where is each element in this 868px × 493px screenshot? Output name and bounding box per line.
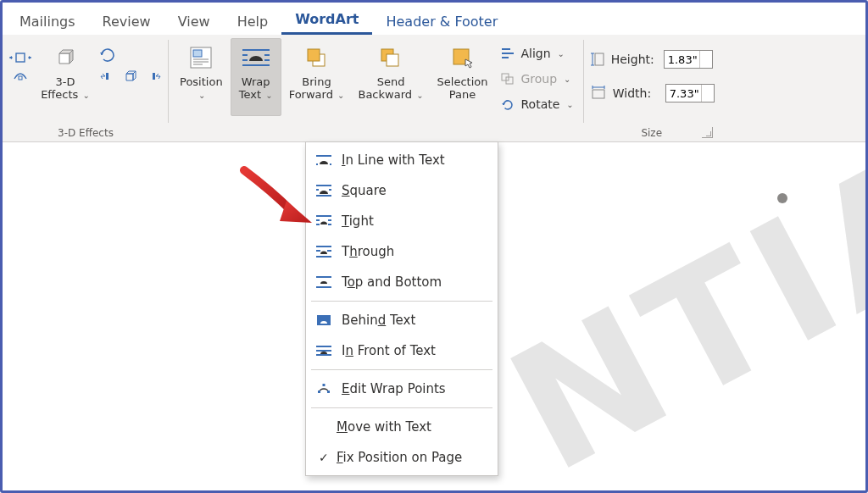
send-backward-label: Send Backward [358, 75, 412, 101]
menu-separator [311, 301, 492, 302]
group-icon [500, 72, 515, 86]
width-icon [589, 85, 608, 102]
menu-square-label: Square [342, 183, 387, 198]
menu-move-with-label: Move with Text [337, 419, 431, 435]
align-button[interactable]: Align⌄ [495, 42, 578, 65]
menu-behind[interactable]: Behind Text [306, 305, 498, 335]
in-front-icon [314, 343, 333, 358]
svg-rect-57 [323, 384, 326, 386]
behind-icon [314, 313, 333, 328]
align-label: Align [520, 47, 550, 60]
svg-rect-55 [318, 391, 320, 393]
group-button[interactable]: Group⌄ [495, 67, 578, 91]
cube-icon [51, 43, 80, 72]
tilt-icon[interactable] [8, 67, 33, 82]
send-backward-icon [376, 43, 405, 72]
wrap-text-icon [239, 43, 273, 72]
selection-pane-button[interactable]: Selection Pane [431, 38, 494, 116]
svg-rect-11 [193, 50, 202, 57]
bring-forward-icon [303, 43, 331, 72]
rotate-icon [500, 97, 515, 111]
svg-rect-1 [19, 76, 22, 80]
menu-in-front-label: In Front of Text [342, 343, 436, 358]
tab-view[interactable]: View [164, 7, 224, 35]
menu-in-line-label: In Line with Text [342, 152, 445, 168]
bring-forward-button[interactable]: Bring Forward ⌄ [283, 38, 351, 116]
check-icon: ✓ [319, 451, 329, 464]
width-label: Width: [613, 86, 660, 100]
menu-tight-label: Tight [342, 213, 374, 229]
position-icon [187, 43, 214, 72]
selection-pane-icon [448, 43, 477, 72]
menu-in-line[interactable]: In Line with Text [306, 145, 498, 175]
svg-rect-9 [153, 73, 155, 80]
menu-edit-points-label: Edit Wrap Points [342, 381, 446, 396]
menu-square[interactable]: Square [306, 175, 498, 206]
menu-through[interactable]: Through [306, 236, 498, 267]
svg-marker-2 [59, 53, 70, 64]
height-label: Height: [611, 53, 659, 66]
3d-effects-button[interactable]: 3-D Effects ⌄ [35, 38, 96, 116]
3d-effects-label: 3-D Effects [41, 75, 78, 101]
svg-rect-22 [308, 49, 320, 61]
group-arrange: Position⌄ Wrap Tex [169, 35, 584, 141]
group-label-size: Size [589, 126, 715, 140]
menu-in-front[interactable]: In Front of Text [306, 335, 498, 366]
menu-fix-position[interactable]: ✓ Fix Position on Page [306, 442, 498, 473]
menu-tight[interactable]: Tight [306, 206, 498, 236]
ribbon: 3-D Effects ⌄ [3, 35, 865, 142]
wrap-text-menu: In Line with Text Square Tight Through T… [305, 141, 498, 476]
flip-vertical-icon[interactable] [145, 67, 164, 86]
selection-pane-label: Selection Pane [437, 75, 488, 101]
rotate-label: Rotate [520, 97, 559, 111]
wrap-text-button[interactable]: Wrap Text ⌄ [231, 38, 281, 116]
svg-marker-6 [126, 74, 133, 80]
group-label-arrange [174, 126, 579, 140]
svg-rect-32 [593, 90, 604, 98]
position-label: Position [180, 75, 223, 88]
group-size: Height: ▴▾ Width: ▴▾ [584, 35, 732, 141]
tab-help[interactable]: Help [224, 7, 281, 35]
align-icon [500, 47, 515, 60]
tab-mailings[interactable]: Mailings [6, 7, 89, 35]
tab-header-footer[interactable]: Header & Footer [372, 7, 511, 35]
svg-rect-0 [16, 53, 25, 62]
edit-points-icon [314, 381, 333, 396]
inline-icon [314, 152, 333, 168]
tilt-icon[interactable] [8, 50, 33, 65]
group-label: Group [520, 72, 557, 86]
flip-horizontal-icon[interactable] [97, 67, 116, 86]
menu-separator [311, 369, 492, 370]
tab-review[interactable]: Review [89, 7, 164, 35]
watermark-text: NTIAL [481, 142, 865, 490]
menu-top-bottom[interactable]: Top and Bottom [306, 267, 498, 297]
svg-rect-5 [106, 73, 108, 80]
menu-behind-label: Behind Text [342, 313, 415, 328]
tight-icon [314, 213, 333, 229]
svg-rect-56 [327, 391, 330, 393]
group-label-3d: 3-D Effects [8, 126, 164, 140]
position-button[interactable]: Position⌄ [174, 38, 229, 116]
group-3d-effects: 3-D Effects ⌄ [3, 35, 169, 141]
rotate-button[interactable]: Rotate⌄ [495, 92, 578, 116]
menu-through-label: Through [342, 244, 394, 259]
cube-small-icon[interactable] [121, 67, 140, 86]
menu-move-with-text[interactable]: Move with Text [306, 412, 498, 442]
selection-handle[interactable] [777, 193, 787, 203]
square-icon [314, 183, 333, 198]
through-icon [314, 244, 333, 259]
tab-wordart[interactable]: WordArt [281, 4, 372, 35]
height-icon [589, 50, 606, 69]
menu-separator [311, 407, 492, 408]
tabs-bar: Mailings Review View Help WordArt Header… [3, 3, 865, 35]
menu-top-bottom-label: Top and Bottom [342, 274, 442, 290]
svg-marker-8 [133, 71, 136, 80]
svg-rect-24 [387, 54, 398, 66]
svg-rect-51 [317, 315, 331, 325]
size-dialog-launcher-icon[interactable] [702, 127, 713, 138]
menu-fix-position-label: Fix Position on Page [337, 450, 462, 465]
rotate-icon[interactable] [97, 45, 164, 65]
svg-rect-31 [595, 53, 604, 65]
send-backward-button[interactable]: Send Backward ⌄ [352, 38, 429, 116]
menu-edit-points[interactable]: Edit Wrap Points [306, 374, 498, 404]
